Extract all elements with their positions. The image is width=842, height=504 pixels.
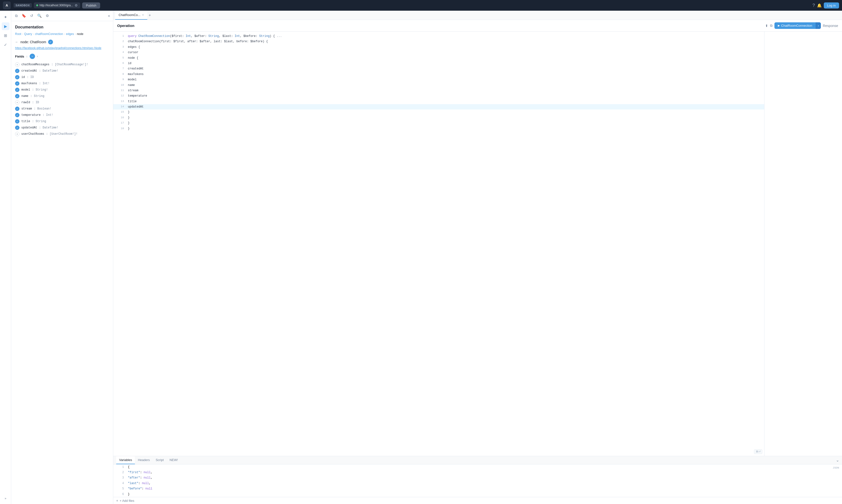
code-line: 13 title <box>113 99 764 104</box>
run-button-chevron[interactable]: › <box>816 22 821 29</box>
vars-panel-collapse-icon[interactable]: ⌄ <box>836 458 839 463</box>
field-checked-icon: ✓ <box>15 126 19 130</box>
field-item[interactable]: ✓updatedAt: DateTime! <box>15 125 109 131</box>
field-name: title <box>21 120 30 123</box>
fields-chevron-icon[interactable]: › <box>37 55 38 58</box>
field-item[interactable]: ✓name: String <box>15 93 109 99</box>
breadcrumb-edges[interactable]: edges <box>66 32 74 36</box>
op-copy-icon[interactable]: ⧉ <box>770 23 772 28</box>
field-type: : [UserChatRoom!]! <box>46 132 78 136</box>
line-number: 8 <box>117 72 124 76</box>
field-item[interactable]: ✓stream: Boolean! <box>15 106 109 112</box>
vars-code-line: 4 "last": null, <box>113 481 842 486</box>
field-name: userChatRooms <box>21 132 44 136</box>
sidebar-collapse-icon[interactable]: » <box>3 495 8 502</box>
code-line: 3 edges { <box>113 44 764 50</box>
line-number: 17 <box>117 121 124 125</box>
field-checked-icon: ✓ <box>15 81 19 86</box>
notifications-icon[interactable]: 🔔 <box>817 3 822 8</box>
vars-code-line: 1{ <box>113 464 842 470</box>
line-number: 14 <box>117 104 124 109</box>
doc-search-icon[interactable]: 🔍 <box>36 13 43 19</box>
vars-line-content: "after": null, <box>128 475 152 480</box>
doc-panel-collapse-icon[interactable]: « <box>108 14 110 18</box>
node-back-icon[interactable]: ← <box>15 40 18 44</box>
code-content: } <box>128 126 130 131</box>
fields-sort-icon[interactable]: ↓ <box>26 55 28 58</box>
doc-copy-icon[interactable]: ⧉ <box>14 13 19 19</box>
node-title: node: ChatRoom <box>20 40 46 44</box>
url-settings-icon[interactable]: ⚙ <box>75 3 78 7</box>
field-add-icon: + <box>15 62 19 67</box>
publish-button[interactable]: Publish <box>82 2 100 8</box>
sidebar-icon-check[interactable]: ✓ <box>2 41 10 49</box>
main-layout: ✦ ▶ ⊞ ✓ » ⧉ 🔖 ↺ 🔍 ⚙ « Documentation Root… <box>0 11 842 504</box>
doc-panel: ⧉ 🔖 ↺ 🔍 ⚙ « Documentation Root › Query ›… <box>11 11 113 504</box>
line-number: 7 <box>117 66 124 71</box>
field-item[interactable]: ✓maxTokens: Int! <box>15 80 109 87</box>
sidebar-icon-plus[interactable]: ✦ <box>2 13 10 21</box>
field-checked-icon: ✓ <box>15 94 19 98</box>
fields-filter-icon[interactable]: − <box>30 54 35 59</box>
code-line: 4 cursor <box>113 50 764 55</box>
doc-history-icon[interactable]: ↺ <box>29 13 34 19</box>
vars-line-number: 3 <box>117 475 124 480</box>
field-item[interactable]: ✓createdAt: DateTime! <box>15 68 109 74</box>
run-button[interactable]: ▶ ChatRoomConnection <box>774 22 816 29</box>
line-number: 6 <box>117 61 124 66</box>
field-type: : String <box>30 94 45 98</box>
code-content: chatRoomConnection(first: $first, after:… <box>128 39 268 44</box>
doc-bookmark-icon[interactable]: 🔖 <box>21 13 27 19</box>
icon-sidebar: ✦ ▶ ⊞ ✓ » <box>0 11 11 504</box>
tabs-bar: ChatRoomCo... ✕ + <box>113 11 842 20</box>
field-name: name <box>21 94 29 98</box>
code-editor[interactable]: 1query ChatRoomConnection($first: Int, $… <box>113 32 764 456</box>
code-line: 2 chatRoomConnection(first: $first, afte… <box>113 39 764 44</box>
vars-tab-variables[interactable]: Variables <box>116 456 135 464</box>
field-item[interactable]: +rawId: ID <box>15 99 109 106</box>
tab-close-icon[interactable]: ✕ <box>142 14 144 16</box>
field-item[interactable]: +userChatRooms: [UserChatRoom!]! <box>15 131 109 137</box>
field-item[interactable]: +chatRoomMessages: [ChatRoomMessage!]! <box>15 61 109 68</box>
field-item[interactable]: ✓temperature: Int! <box>15 112 109 118</box>
doc-settings-icon[interactable]: ⚙ <box>45 13 50 19</box>
sidebar-bottom: » <box>3 495 8 502</box>
code-content: stream <box>128 88 138 93</box>
line-number: 11 <box>117 88 124 93</box>
vars-tab-new[interactable]: NEW! <box>167 456 181 464</box>
breadcrumb-chatroom[interactable]: chatRoomConnection <box>35 32 63 36</box>
breadcrumb-root[interactable]: Root <box>15 32 21 36</box>
login-button[interactable]: Log in <box>824 2 839 8</box>
help-icon[interactable]: ? <box>812 3 815 8</box>
field-checked-icon: ✓ <box>15 69 19 73</box>
tab-label: ChatRoomCo... <box>119 13 140 17</box>
code-line: 5 node { <box>113 55 764 61</box>
field-add-icon: + <box>15 100 19 105</box>
line-number: 10 <box>117 83 124 87</box>
tab-chatroomconnection[interactable]: ChatRoomCo... ✕ <box>115 11 147 20</box>
field-type: : ID <box>32 101 39 104</box>
sidebar-icon-docs[interactable]: ▶ <box>2 22 10 30</box>
line-number: 4 <box>117 50 124 55</box>
field-name: chatRoomMessages <box>21 63 49 66</box>
add-files-button[interactable]: + + Add files <box>113 497 842 504</box>
vars-line-number: 4 <box>117 481 124 486</box>
sidebar-icon-history[interactable]: ⊞ <box>2 32 10 39</box>
op-share-icon[interactable]: ⬆ <box>765 24 768 28</box>
code-content: temperature <box>128 93 147 98</box>
field-item[interactable]: ✓title: String <box>15 118 109 125</box>
fields-header: Fields ↓ − › <box>15 54 109 59</box>
breadcrumb-query[interactable]: Query <box>24 32 32 36</box>
vars-code-line: 5 "before": null <box>113 486 842 491</box>
tab-add-icon[interactable]: + <box>147 11 152 19</box>
run-button-label: ChatRoomConnection <box>781 24 812 28</box>
field-item[interactable]: ✓id: ID <box>15 74 109 80</box>
node-spec-link[interactable]: https://facebook.github.io/relay/graphql… <box>15 47 109 50</box>
vars-tab-script[interactable]: Script <box>153 456 167 464</box>
node-verified-icon: ✓ <box>48 40 53 44</box>
vars-tab-headers[interactable]: Headers <box>135 456 153 464</box>
field-item[interactable]: ✓model: String! <box>15 87 109 93</box>
url-bar[interactable]: http://localhost:3000/gra... ⚙ <box>34 2 80 8</box>
field-name: model <box>21 88 30 91</box>
code-content: node { <box>128 56 138 60</box>
